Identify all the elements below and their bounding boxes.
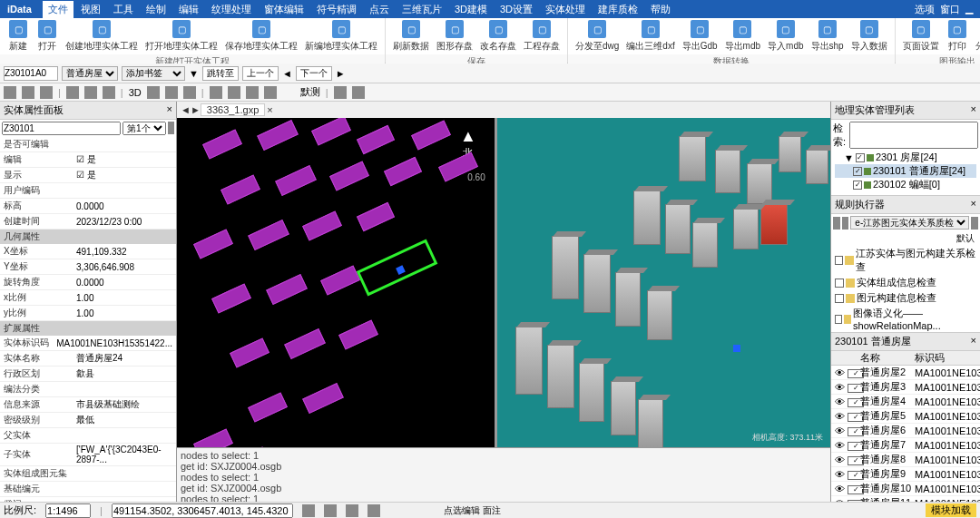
building-2d[interactable] <box>202 129 242 159</box>
eye-icon[interactable]: 👁 <box>831 469 848 480</box>
viewport-2d[interactable]: ▲北8° 0.60 <box>177 118 495 447</box>
building-2d[interactable] <box>411 120 451 150</box>
panel-close-icon[interactable]: × <box>167 103 172 117</box>
list-item[interactable]: 👁✓普通房屋2MA1001NE103H1535... <box>831 366 980 380</box>
building-2d[interactable] <box>230 446 270 447</box>
tool-icon[interactable] <box>165 86 178 99</box>
prop-value[interactable]: 1.00 <box>73 308 176 319</box>
menu-item[interactable]: 工具 <box>108 1 139 18</box>
list-item[interactable]: 👁✓普通房屋4MA1001NE103H1535... <box>831 395 980 409</box>
prop-value[interactable]: 0.0000 <box>73 200 176 212</box>
prop-row[interactable]: X坐标491,109.332 <box>0 244 176 259</box>
building-2d[interactable] <box>257 120 299 151</box>
eye-icon[interactable]: 👁 <box>831 396 848 407</box>
ribbon-button[interactable]: ▢打开 <box>33 20 62 53</box>
menu-item[interactable]: 窗体编辑 <box>259 1 309 18</box>
building-3d[interactable] <box>679 136 706 181</box>
prop-row[interactable]: 实体标识码MA1001NE103H15351422... <box>0 336 176 351</box>
building-3d[interactable] <box>583 254 611 313</box>
prop-row[interactable]: y比例1.00 <box>0 306 176 321</box>
prop-value[interactable]: 2023/12/23 0:00 <box>73 216 176 228</box>
building-3d[interactable] <box>579 363 604 422</box>
building-2d[interactable] <box>357 202 395 231</box>
building-3d[interactable] <box>647 290 672 340</box>
list-item[interactable]: 👁✓普通房屋7MA1001NE103H1535... <box>831 438 980 453</box>
prop-value[interactable]: MA1001NE103H15351422... <box>53 337 176 349</box>
jump-button[interactable]: 跳转至 <box>202 66 239 81</box>
status-icon[interactable] <box>324 504 337 517</box>
prop-value[interactable] <box>73 488 176 490</box>
building-2d[interactable] <box>275 165 317 196</box>
building-3d[interactable] <box>665 204 691 254</box>
prop-value[interactable]: 491,109.332 <box>73 246 176 258</box>
ribbon-button[interactable]: ▢打印 <box>943 20 972 53</box>
building-3d[interactable] <box>638 399 663 447</box>
prop-value[interactable]: ☑ 是 <box>73 152 176 167</box>
tool-icon[interactable] <box>22 86 34 99</box>
coords-input[interactable] <box>112 503 293 518</box>
rule-item[interactable]: 江苏实体与图元构建关系检查 <box>831 246 980 275</box>
checkbox-icon[interactable]: ✓ <box>856 153 865 162</box>
prop-value[interactable]: ☑ 是 <box>73 168 176 182</box>
ribbon-button[interactable]: ▢图形存盘 <box>433 20 476 53</box>
ribbon-button[interactable]: ▢导入数据 <box>848 20 891 53</box>
prop-row[interactable]: 编辑☑ 是 <box>0 152 176 168</box>
prop-row[interactable]: 编法分类 <box>0 382 176 397</box>
tool-icon[interactable] <box>103 86 115 99</box>
tool-icon[interactable] <box>183 86 196 99</box>
tree-item[interactable]: ▼✓2301 房屋[24] <box>835 151 976 164</box>
building-3d[interactable] <box>547 345 574 408</box>
tree-item[interactable]: ✓230102 蝙蝠[0] <box>835 178 976 191</box>
ribbon-button[interactable]: ▢导出mdb <box>721 20 764 53</box>
ribbon-button[interactable]: ▢分发至dwg <box>572 20 622 53</box>
building-2d[interactable] <box>266 274 308 305</box>
prop-row[interactable]: 行政区划歙县 <box>0 367 176 382</box>
ribbon-button[interactable]: ▢新编地理实体工程 <box>301 20 381 53</box>
building-2d[interactable] <box>357 125 395 154</box>
checkbox-icon[interactable]: ✓ <box>853 181 862 190</box>
tab-close-icon[interactable]: × <box>267 104 272 115</box>
building-2d[interactable] <box>230 337 270 367</box>
ribbon-button[interactable]: ▢打开地理实体工程 <box>142 20 221 53</box>
menu-item[interactable]: 3D建模 <box>449 1 493 18</box>
building-2d[interactable] <box>338 319 378 349</box>
entity-id-input[interactable] <box>4 66 58 81</box>
ribbon-button[interactable]: ▢页面设置 <box>899 20 943 53</box>
building-3d[interactable] <box>715 150 740 193</box>
building-3d[interactable] <box>615 272 641 327</box>
list-item[interactable]: 👁✓普通房屋10MA1001NE103H1535... <box>831 482 980 496</box>
tool-icon[interactable] <box>210 86 222 99</box>
ribbon-button[interactable]: ▢工程存盘 <box>520 20 564 53</box>
prop-value[interactable] <box>73 388 176 390</box>
entity-type-combo[interactable]: 普通房屋 <box>62 66 118 81</box>
menu-item[interactable]: 点云 <box>364 1 395 18</box>
ribbon-button[interactable]: ▢导入mdb <box>764 20 807 53</box>
prop-row[interactable]: 显示☑ 是 <box>0 168 176 183</box>
status-icon[interactable] <box>346 504 358 517</box>
building-2d[interactable] <box>284 328 326 359</box>
reload-icon[interactable] <box>833 217 840 230</box>
eye-icon[interactable]: 👁 <box>831 425 848 436</box>
eye-icon[interactable]: 👁 <box>831 440 848 451</box>
prop-value[interactable]: 1.00 <box>73 292 176 304</box>
tool-icon[interactable] <box>147 86 160 99</box>
eye-icon[interactable]: 👁 <box>831 454 848 465</box>
ribbon-button[interactable]: ▢改名存盘 <box>476 20 520 53</box>
scale-input[interactable] <box>45 503 91 518</box>
menu-options[interactable]: 选项 <box>915 3 935 16</box>
prop-row[interactable]: x比例1.00 <box>0 290 176 306</box>
prop-value[interactable]: 歙县 <box>73 367 176 381</box>
building-2d[interactable] <box>248 392 288 422</box>
ribbon-button[interactable]: ▢创建地理实体工程 <box>62 20 142 53</box>
building-3d[interactable] <box>760 204 788 245</box>
prop-filter-input[interactable] <box>2 122 121 135</box>
building-3d[interactable] <box>633 191 661 245</box>
eye-icon[interactable]: 👁 <box>831 382 848 393</box>
run-icon[interactable] <box>842 217 849 230</box>
ribbon-button[interactable]: ▢保存地理实体工程 <box>221 20 301 53</box>
building-2d[interactable] <box>357 239 438 296</box>
prop-value[interactable]: 市县级基础测绘 <box>73 397 176 412</box>
menu-item[interactable]: 纹理处理 <box>206 1 257 18</box>
tool-icon[interactable] <box>40 86 53 99</box>
building-2d[interactable] <box>384 157 422 186</box>
